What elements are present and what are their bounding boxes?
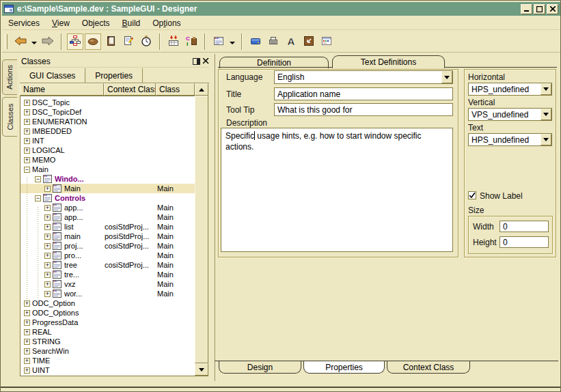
tree-expander-icon[interactable]: + xyxy=(24,100,30,106)
tree-row[interactable]: +wor...Main xyxy=(20,289,195,298)
tree-expander-icon[interactable]: + xyxy=(44,281,51,288)
tree-row[interactable]: +app...Main xyxy=(20,203,195,212)
tree-row[interactable]: +DSC_TopicDef xyxy=(20,107,195,117)
tree-row[interactable]: +MEMO xyxy=(20,155,195,165)
tree-row[interactable]: +vxzMain xyxy=(20,279,195,289)
minimize-button[interactable] xyxy=(521,4,532,14)
menu-item-build[interactable]: Build xyxy=(116,17,147,29)
menu-item-objects[interactable]: Objects xyxy=(76,17,116,29)
eraser-toggle[interactable] xyxy=(85,33,101,50)
link-button[interactable] xyxy=(301,33,317,50)
panel-splitter[interactable] xyxy=(215,54,216,381)
tree-expander-icon[interactable]: + xyxy=(24,339,30,345)
chevron-down-icon[interactable] xyxy=(541,83,551,95)
tree-expander-icon[interactable]: + xyxy=(44,205,51,211)
tree-expander-icon[interactable]: + xyxy=(24,109,30,115)
menu-item-services[interactable]: Services xyxy=(2,17,46,29)
tree-row[interactable]: +ODC_Options xyxy=(20,308,195,318)
sidebar-tab-actions[interactable]: Actions xyxy=(2,59,17,95)
tab-properties[interactable]: Properties xyxy=(303,361,385,374)
edit-button[interactable] xyxy=(120,33,137,50)
tree-row[interactable]: +STRING xyxy=(20,337,195,346)
tab-text-definitions[interactable]: Text Definitions xyxy=(332,55,445,68)
tooltip-input-value[interactable] xyxy=(275,104,452,115)
tab-gui-classes[interactable]: GUI Classes xyxy=(20,68,85,83)
tree-expander-icon[interactable]: + xyxy=(44,272,51,278)
column-header-class[interactable]: Class xyxy=(156,83,195,96)
tree-expander-icon[interactable]: − xyxy=(35,195,41,201)
tree-expander-icon[interactable]: + xyxy=(24,310,30,316)
dock-pin-icon[interactable] xyxy=(193,58,200,65)
tree-expander-icon[interactable]: − xyxy=(24,167,30,173)
form-dropdown[interactable] xyxy=(228,33,236,50)
menu-item-view[interactable]: View xyxy=(46,17,76,29)
tree-expander-icon[interactable]: + xyxy=(24,128,30,135)
tooltip-input[interactable] xyxy=(274,103,453,116)
back-history-dropdown[interactable] xyxy=(30,33,38,50)
tree-row[interactable]: +MainMain xyxy=(20,184,195,193)
tree-row[interactable]: +REAL xyxy=(20,327,195,337)
tree-expander-icon[interactable]: + xyxy=(24,119,30,125)
tree-row[interactable]: +SearchWin xyxy=(20,346,195,356)
show-label-checkbox[interactable] xyxy=(468,191,476,199)
width-input-value[interactable] xyxy=(500,221,548,232)
tree-row[interactable]: +treecosiStdProj...Main xyxy=(20,260,195,270)
tree-expander-icon[interactable]: + xyxy=(44,262,51,268)
tree-expander-icon[interactable]: + xyxy=(44,214,51,221)
tree-row[interactable]: −Windo... xyxy=(20,174,195,184)
tree-expander-icon[interactable]: − xyxy=(35,176,41,182)
chevron-down-icon[interactable] xyxy=(441,71,452,83)
tab-properties[interactable]: Properties xyxy=(85,68,143,83)
clock-button[interactable] xyxy=(138,33,154,50)
tree-row[interactable]: +proj...cosiStdProj...Main xyxy=(20,241,195,251)
tree-expander-icon[interactable]: + xyxy=(24,348,30,354)
forward-button[interactable] xyxy=(40,33,56,50)
menu-item-options[interactable]: Options xyxy=(146,17,187,29)
close-button[interactable] xyxy=(547,4,558,14)
font-button[interactable]: A xyxy=(283,33,299,50)
tree-expander-icon[interactable]: + xyxy=(44,234,51,240)
tree-expander-icon[interactable]: + xyxy=(24,148,30,154)
scrollbar-thumb[interactable] xyxy=(195,96,208,363)
form-button[interactable] xyxy=(210,33,227,50)
tree-expander-icon[interactable]: + xyxy=(24,138,30,144)
printer-button[interactable] xyxy=(265,33,282,50)
tree-row[interactable]: +ENUMERATION xyxy=(20,117,195,126)
text-select[interactable]: HPS_undefined xyxy=(468,133,552,146)
height-input[interactable] xyxy=(500,236,549,248)
tree-expander-icon[interactable]: + xyxy=(24,329,30,335)
language-select[interactable]: English xyxy=(274,70,453,84)
drive-button[interactable] xyxy=(247,33,264,50)
tree-row[interactable]: +IMBEDDED xyxy=(20,126,195,136)
title-input[interactable] xyxy=(274,87,453,100)
tree-row[interactable]: +DSC_Topic xyxy=(20,98,195,107)
tree-expander-icon[interactable]: + xyxy=(24,300,30,307)
tree-expander-icon[interactable]: + xyxy=(44,224,51,230)
import-button[interactable] xyxy=(165,33,182,50)
chevron-down-icon[interactable] xyxy=(541,109,551,120)
tree-expander-icon[interactable]: + xyxy=(44,186,51,192)
tree-expander-icon[interactable]: + xyxy=(44,253,51,259)
tree-expander-icon[interactable]: + xyxy=(24,367,30,374)
tree-row[interactable]: +ODC_Option xyxy=(20,298,195,308)
back-button[interactable] xyxy=(12,33,29,50)
height-input-value[interactable] xyxy=(500,237,548,247)
tree-row[interactable]: −Controls xyxy=(20,193,195,203)
chevron-down-icon[interactable] xyxy=(541,134,551,145)
title-input-value[interactable] xyxy=(275,88,452,100)
sidebar-tab-classes[interactable]: Classes xyxy=(2,97,17,137)
class-instance-button[interactable]: CI xyxy=(183,33,200,50)
scroll-down-button[interactable] xyxy=(195,363,208,376)
tree-expander-icon[interactable]: + xyxy=(44,291,51,297)
class-tree-toggle[interactable] xyxy=(67,33,83,50)
tree-row[interactable]: +INT xyxy=(20,136,195,145)
description-textarea[interactable]: Specific usage hints, e.g. how to start … xyxy=(221,128,453,252)
tree-expander-icon[interactable]: + xyxy=(24,157,30,163)
tree-row[interactable]: +tre...Main xyxy=(20,270,195,279)
tree-row[interactable]: +TIME xyxy=(20,356,195,365)
toolbar-grip[interactable] xyxy=(5,34,8,49)
maximize-button[interactable] xyxy=(534,4,545,14)
tree-row[interactable]: +pro...Main xyxy=(20,251,195,260)
scroll-up-button[interactable] xyxy=(195,83,208,96)
dialog-button[interactable] xyxy=(318,33,335,50)
